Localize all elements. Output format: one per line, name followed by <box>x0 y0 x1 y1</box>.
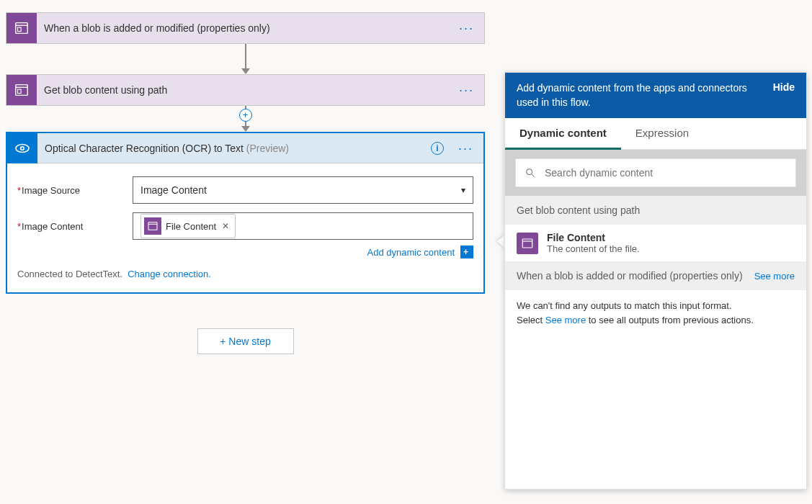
add-dynamic-row: Add dynamic content <box>133 246 473 258</box>
action-getblob-title: Get blob content using path <box>44 84 449 96</box>
ocr-title: Optical Character Recognition (OCR) to T… <box>45 143 424 154</box>
svg-rect-8 <box>148 222 157 230</box>
image-source-dropdown[interactable]: Image Content ▾ <box>133 176 473 204</box>
group-getblob-header: Get blob content using path <box>505 196 806 225</box>
eye-icon <box>7 133 37 163</box>
panel-hide-button[interactable]: Hide <box>773 81 795 93</box>
action-getblob-header: Get blob content using path ··· <box>6 75 484 105</box>
image-source-row: Image Source Image Content ▾ <box>17 176 473 204</box>
search-bar[interactable] <box>515 158 796 187</box>
storage-icon <box>6 75 37 105</box>
storage-icon <box>6 13 37 43</box>
action-getblob-menu-button[interactable]: ··· <box>456 84 477 96</box>
token-label: File Content <box>166 221 216 232</box>
trigger-menu-button[interactable]: ··· <box>456 22 477 35</box>
group-trigger-title: When a blob is added or modified (proper… <box>517 270 743 282</box>
storage-icon <box>517 233 538 254</box>
trigger-title: When a blob is added or modified (proper… <box>44 22 449 34</box>
new-step-button[interactable]: + New step <box>197 328 294 354</box>
panel-header: Add dynamic content from the apps and co… <box>505 73 806 118</box>
token-remove-button[interactable]: ✕ <box>222 221 229 231</box>
no-outputs-post: to see all outputs from previous actions… <box>586 315 754 325</box>
add-dynamic-content-link[interactable]: Add dynamic content <box>367 247 455 258</box>
ocr-title-text: Optical Character Recognition (OCR) to T… <box>45 143 244 154</box>
ocr-header[interactable]: Optical Character Recognition (OCR) to T… <box>7 133 483 163</box>
info-icon[interactable]: i <box>431 142 444 155</box>
group-trigger-header: When a blob is added or modified (proper… <box>505 261 806 290</box>
add-dynamic-content-button[interactable] <box>460 246 473 258</box>
file-content-token: File Content ✕ <box>140 214 236 238</box>
connected-to-text: Connected to DetectText. <box>17 269 122 279</box>
storage-icon <box>144 217 161 235</box>
action-getblob-card[interactable]: Get blob content using path ··· <box>6 74 485 106</box>
chevron-down-icon: ▾ <box>461 185 465 195</box>
dynamic-item-title: File Content <box>547 232 640 243</box>
ocr-preview-label: (Preview) <box>246 143 289 154</box>
svg-line-11 <box>532 174 534 176</box>
panel-header-text: Add dynamic content from the apps and co… <box>517 81 763 109</box>
connector-arrow <box>241 44 250 74</box>
trigger-header: When a blob is added or modified (proper… <box>6 13 484 43</box>
search-bar-wrap <box>505 150 806 196</box>
panel-tabs: Dynamic content Expression <box>505 118 806 150</box>
connector-arrow-with-add <box>241 106 250 132</box>
new-step-label: + New step <box>220 336 270 347</box>
tab-dynamic-content[interactable]: Dynamic content <box>505 118 621 150</box>
no-outputs-line1: We can't find any outputs to match this … <box>517 299 795 313</box>
image-content-label: Image Content <box>17 221 133 232</box>
add-step-between-button[interactable] <box>239 109 252 122</box>
no-outputs-pre: Select <box>517 315 545 325</box>
group-getblob-title: Get blob content using path <box>517 204 640 216</box>
dynamic-item-desc: The content of the file. <box>547 243 640 254</box>
ocr-menu-button[interactable]: ··· <box>455 142 476 155</box>
connection-row: Connected to DetectText. Change connecti… <box>17 269 473 279</box>
svg-point-10 <box>527 169 532 175</box>
dynamic-content-panel: Add dynamic content from the apps and co… <box>504 72 807 490</box>
ocr-body: Image Source Image Content ▾ Image Conte… <box>7 163 483 292</box>
svg-rect-2 <box>18 27 22 32</box>
search-input[interactable] <box>543 166 787 179</box>
tab-expression[interactable]: Expression <box>621 118 703 149</box>
image-source-label: Image Source <box>17 185 133 196</box>
no-outputs-see-more-link[interactable]: See more <box>545 315 586 325</box>
trigger-card[interactable]: When a blob is added or modified (proper… <box>6 12 485 44</box>
svg-point-6 <box>16 144 29 152</box>
ocr-card: Optical Character Recognition (OCR) to T… <box>6 132 485 294</box>
see-more-link[interactable]: See more <box>754 271 795 282</box>
flow-column: When a blob is added or modified (proper… <box>6 12 485 354</box>
no-outputs-message: We can't find any outputs to match this … <box>505 290 806 336</box>
search-icon <box>525 167 536 179</box>
svg-rect-12 <box>522 239 532 248</box>
image-source-value: Image Content <box>140 184 207 196</box>
dynamic-item-text: File Content The content of the file. <box>547 232 640 254</box>
svg-rect-5 <box>18 89 22 93</box>
dynamic-item-file-content[interactable]: File Content The content of the file. <box>505 225 806 261</box>
image-content-input[interactable]: File Content ✕ <box>133 212 473 240</box>
image-content-row: Image Content File Content ✕ <box>17 212 473 240</box>
svg-point-7 <box>21 146 24 150</box>
change-connection-link[interactable]: Change connection. <box>128 269 211 279</box>
